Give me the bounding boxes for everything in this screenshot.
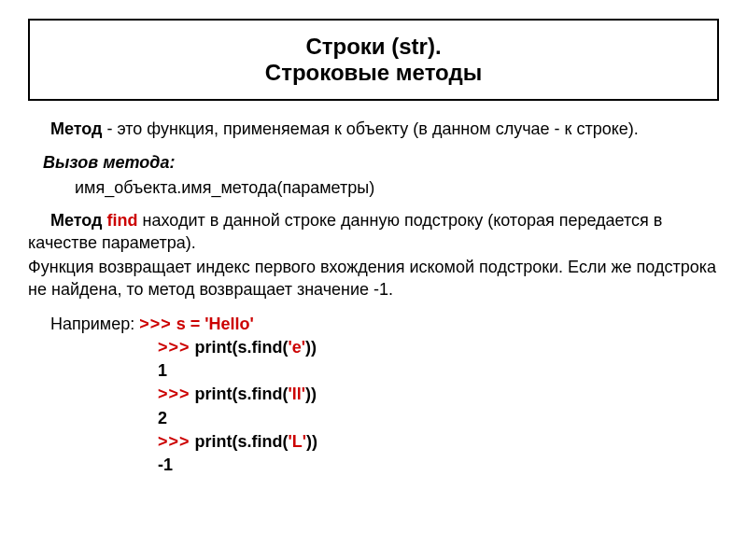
repl-prompt: >>> <box>158 432 190 451</box>
code-close: )) <box>305 338 317 357</box>
call-label: Вызов метода: <box>43 153 175 172</box>
code-print-find-e: print(s.find( <box>190 338 289 357</box>
method-name-find: find <box>107 211 138 230</box>
title-box: Строки (str). Строковые методы <box>28 19 719 101</box>
example-line-6: >>> print(s.find('L')) <box>158 430 719 454</box>
example-line-1: Например: >>> s = 'Hello' <box>50 313 719 336</box>
example-output-1: 1 <box>158 359 719 383</box>
string-literal-ll: 'll' <box>289 385 306 403</box>
term-method: Метод <box>50 119 103 138</box>
method-def-text: - это функция, применяемая к объекту (в … <box>103 119 639 138</box>
title-line-1: Строки (str). <box>49 34 698 60</box>
paragraph-method-def: Метод - это функция, применяемая к объек… <box>28 118 719 140</box>
example-line-2: >>> print(s.find('e')) <box>158 336 719 359</box>
paragraph-find: Метод find находит в данной строке данну… <box>28 209 719 255</box>
call-syntax: имя_объекта.имя_метода(параметры) <box>75 178 719 198</box>
title-line-2: Строковые методы <box>49 60 698 86</box>
call-label-row: Вызов метода: <box>43 151 719 174</box>
string-literal-e: 'e' <box>289 338 306 357</box>
paragraph-find-2: Функция возвращает индекс первого вхожде… <box>28 256 719 301</box>
example-block: Например: >>> s = 'Hello' >>> print(s.fi… <box>50 313 719 477</box>
code-close: )) <box>305 385 317 403</box>
string-literal-hello: 'Hello' <box>204 315 254 333</box>
code-print-find-ll: print(s.find( <box>190 385 289 403</box>
repl-prompt: >>> <box>158 338 190 357</box>
example-line-4: >>> print(s.find('ll')) <box>158 383 719 406</box>
string-literal-L: 'L' <box>289 432 307 451</box>
code-assign: s = <box>172 315 205 333</box>
code-print-find-L: print(s.find( <box>190 432 289 451</box>
repl-prompt: >>> <box>139 315 172 333</box>
example-label: Например: <box>50 315 139 333</box>
code-close: )) <box>306 432 317 451</box>
example-output-2: 2 <box>158 407 719 430</box>
term-method-2: Метод <box>50 211 107 230</box>
repl-prompt: >>> <box>158 385 190 403</box>
example-output-neg1: -1 <box>158 454 719 477</box>
